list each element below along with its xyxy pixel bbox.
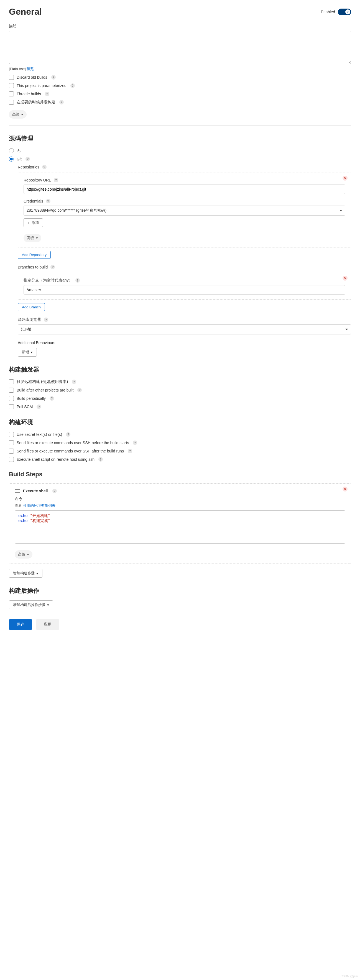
env-remote-shell-checkbox[interactable] xyxy=(9,457,14,462)
repo-browser-value: (自动) xyxy=(21,327,31,332)
add-behaviour-button[interactable]: 新增 ▾ xyxy=(18,348,37,356)
repo-browser-select[interactable]: (自动) xyxy=(18,325,351,334)
parameterized-checkbox[interactable] xyxy=(9,83,14,88)
help-icon[interactable]: ? xyxy=(54,178,58,182)
trigger-remote-checkbox[interactable] xyxy=(9,379,14,384)
env-remote-shell-label: Execute shell script on remote host usin… xyxy=(17,457,94,461)
env-ssh-after-checkbox[interactable] xyxy=(9,449,14,453)
enabled-toggle[interactable] xyxy=(338,9,351,15)
env-vars-link[interactable]: 可用的环境变量列表 xyxy=(23,503,56,508)
add-build-step-button[interactable]: 增加构建步骤 ▾ xyxy=(9,569,42,578)
credentials-value: 2817898894@qq.com/****** (gitee的账号密码) xyxy=(27,208,107,213)
trigger-poll-checkbox[interactable] xyxy=(9,404,14,409)
trigger-poll-label: Poll SCM xyxy=(17,404,33,409)
format-label: [Plain text] xyxy=(9,67,27,71)
help-icon[interactable]: ? xyxy=(46,199,51,204)
chevron-down-icon: ▾ xyxy=(47,603,49,607)
help-icon[interactable]: ? xyxy=(51,75,56,80)
trigger-after-checkbox[interactable] xyxy=(9,388,14,393)
build-heading: Build Steps xyxy=(9,471,351,478)
add-post-step-label: 增加构建后操作步骤 xyxy=(13,602,45,607)
shell-command-textarea[interactable]: echo "开始构建"echo "构建完成" xyxy=(15,511,345,544)
step-title: Execute shell xyxy=(23,489,48,493)
help-icon[interactable]: ? xyxy=(44,318,48,322)
env-ssh-before-checkbox[interactable] xyxy=(9,440,14,445)
help-icon[interactable]: ? xyxy=(72,380,76,384)
help-icon[interactable]: ? xyxy=(128,449,132,453)
env-secret-label: Use secret text(s) or file(s) xyxy=(17,432,62,437)
repo-url-input[interactable] xyxy=(24,185,345,194)
help-icon[interactable]: ? xyxy=(51,265,55,269)
add-repository-button[interactable]: Add Repository xyxy=(18,251,51,259)
repositories-label: Repositories xyxy=(18,165,39,169)
drag-handle-icon[interactable] xyxy=(15,489,20,493)
parameterized-label: This project is parameterized xyxy=(17,83,67,88)
triggers-heading: 构建触发器 xyxy=(9,366,351,374)
post-heading: 构建后操作 xyxy=(9,587,351,595)
throttle-label: Throttle builds xyxy=(17,92,41,96)
description-textarea[interactable] xyxy=(9,31,351,64)
build-step-block: ✕ Execute shell ? 命令 查看 可用的环境变量列表 echo "… xyxy=(9,484,351,564)
help-icon[interactable]: ? xyxy=(53,489,57,493)
add-build-step-label: 增加构建步骤 xyxy=(13,571,35,576)
add-behaviour-label: 新增 xyxy=(22,350,29,355)
add-credentials-label: 添加 xyxy=(32,220,39,225)
concurrent-checkbox[interactable] xyxy=(9,100,14,105)
scm-git-radio[interactable] xyxy=(9,156,14,162)
repository-block: ✕ Repository URL? Credentials? 281789889… xyxy=(18,173,351,247)
throttle-checkbox[interactable] xyxy=(9,91,14,96)
env-ssh-after-label: Send files or execute commands over SSH … xyxy=(17,449,124,453)
help-icon[interactable]: ? xyxy=(75,278,80,283)
scm-git-label: Git xyxy=(17,157,22,161)
trigger-periodic-label: Build periodically xyxy=(17,396,46,401)
env-heading: 构建环境 xyxy=(9,418,351,426)
command-label: 命令 xyxy=(15,496,345,501)
help-icon[interactable]: ? xyxy=(49,396,54,401)
help-icon[interactable]: ? xyxy=(99,457,103,461)
credentials-select[interactable]: 2817898894@qq.com/****** (gitee的账号密码) xyxy=(24,205,345,216)
credentials-label: Credentials xyxy=(24,199,43,204)
save-button[interactable]: 保存 xyxy=(9,619,32,630)
branch-spec-label: 指定分支（为空时代表any） xyxy=(24,278,73,283)
help-icon[interactable]: ? xyxy=(66,432,70,437)
repo-browser-label: 源码库浏览器 xyxy=(18,317,41,322)
scm-none-label: 无 xyxy=(17,148,21,153)
chevron-down-icon: ▾ xyxy=(31,350,33,354)
env-secret-checkbox[interactable] xyxy=(9,432,14,437)
help-icon[interactable]: ? xyxy=(59,100,64,105)
plus-icon: + xyxy=(28,221,30,225)
add-branch-button[interactable]: Add Branch xyxy=(18,303,45,311)
remove-branch-button[interactable]: ✕ xyxy=(342,276,347,281)
help-icon[interactable]: ? xyxy=(25,157,30,161)
help-icon[interactable]: ? xyxy=(42,165,46,169)
concurrent-label: 在必要的时候并发构建 xyxy=(17,100,56,105)
lookup-prefix: 查看 xyxy=(15,503,23,508)
add-credentials-button[interactable]: +添加 xyxy=(24,218,43,227)
add-post-step-button[interactable]: 增加构建后操作步骤 ▾ xyxy=(9,600,53,609)
discard-old-builds-checkbox[interactable] xyxy=(9,75,14,80)
trigger-periodic-checkbox[interactable] xyxy=(9,396,14,401)
trigger-remote-label: 触发远程构建 (例如,使用脚本) xyxy=(17,379,68,384)
remove-step-button[interactable]: ✕ xyxy=(342,487,347,492)
branch-block: ✕ 指定分支（为空时代表any）? xyxy=(18,273,351,300)
page-title: General xyxy=(9,6,42,17)
enabled-label: Enabled xyxy=(321,10,335,14)
remove-repo-button[interactable]: ✕ xyxy=(342,176,347,181)
help-icon[interactable]: ? xyxy=(70,83,75,88)
trigger-after-label: Build after other projects are built xyxy=(17,388,73,392)
help-icon[interactable]: ? xyxy=(133,441,137,445)
preview-link[interactable]: 预览 xyxy=(27,67,34,71)
env-ssh-before-label: Send files or execute commands over SSH … xyxy=(17,441,129,445)
apply-button[interactable]: 应用 xyxy=(36,619,59,630)
step-advanced-button[interactable]: 高级 xyxy=(15,550,32,558)
help-icon[interactable]: ? xyxy=(77,388,82,392)
description-label: 描述 xyxy=(9,24,351,29)
help-icon[interactable]: ? xyxy=(45,92,49,96)
scm-none-radio[interactable] xyxy=(9,148,14,153)
scm-heading: 源码管理 xyxy=(9,134,351,143)
repo-advanced-button[interactable]: 高级 xyxy=(24,234,41,242)
chevron-down-icon: ▾ xyxy=(36,571,38,576)
general-advanced-button[interactable]: 高级 xyxy=(9,110,27,119)
help-icon[interactable]: ? xyxy=(37,404,41,409)
branch-input[interactable] xyxy=(24,285,345,294)
